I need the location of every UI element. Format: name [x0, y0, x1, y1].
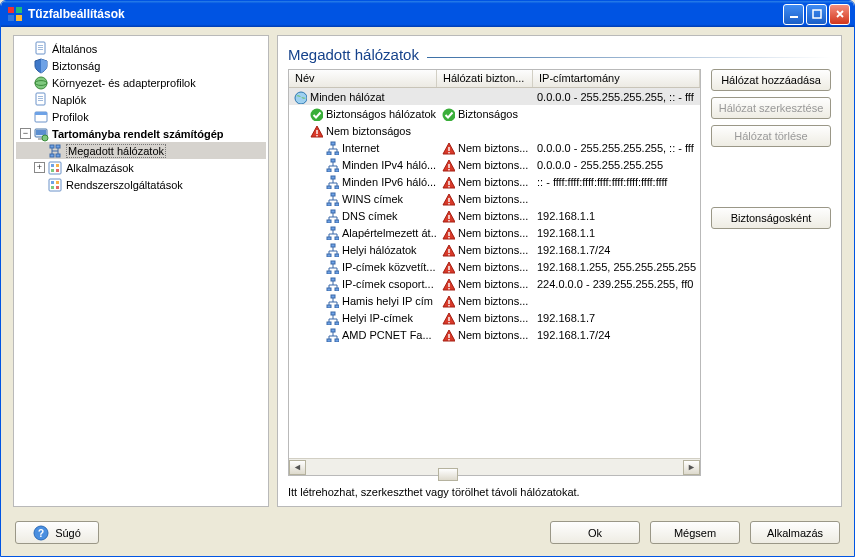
tree-security[interactable]: Biztonság	[16, 57, 266, 74]
cell-range: 192.168.1.7/24	[533, 241, 700, 258]
mark-secure-button[interactable]: Biztonságosként	[711, 207, 831, 229]
expand-icon[interactable]: +	[34, 162, 45, 173]
net-icon	[325, 209, 339, 223]
tree-profiles[interactable]: Profilok	[16, 108, 266, 125]
cell-secure: Nem biztons...	[437, 275, 533, 292]
env-icon	[33, 75, 49, 91]
cell-secure: Nem biztons...	[437, 326, 533, 343]
warn-icon	[441, 311, 455, 325]
cell-secure: Nem biztons...	[437, 258, 533, 275]
apply-button[interactable]: Alkalmazás	[750, 521, 840, 544]
globe-icon	[293, 90, 307, 104]
net-icon	[325, 294, 339, 308]
check-icon	[441, 107, 455, 121]
cell-name: Biztonságos hálózatok	[289, 105, 437, 122]
warn-icon	[309, 124, 323, 138]
help-icon	[33, 525, 49, 541]
list-row[interactable]: Minden IPv4 háló...Nem biztons...0.0.0.0…	[289, 156, 700, 173]
minimize-button[interactable]	[783, 4, 804, 25]
list-row[interactable]: Helyi IP-címekNem biztons...192.168.1.7	[289, 309, 700, 326]
edit-network-button[interactable]: Hálózat szerkesztése	[711, 97, 831, 119]
cell-name: Internet	[289, 139, 437, 156]
tree-domain-computer[interactable]: −Tartományba rendelt számítógép	[16, 125, 266, 142]
collapse-icon[interactable]: −	[20, 128, 31, 139]
warn-icon	[441, 294, 455, 308]
cell-name: AMD PCNET Fa...	[289, 326, 437, 343]
maximize-button[interactable]	[806, 4, 827, 25]
cell-range	[533, 292, 700, 309]
list-row[interactable]: Biztonságos hálózatokBiztonságos	[289, 105, 700, 122]
delete-network-button[interactable]: Hálózat törlése	[711, 125, 831, 147]
warn-icon	[441, 209, 455, 223]
list-row[interactable]: DNS címekNem biztons...192.168.1.1	[289, 207, 700, 224]
app-icon	[7, 6, 23, 22]
cell-secure: Nem biztons...	[437, 207, 533, 224]
cell-name: Nem biztonságos	[289, 122, 437, 139]
cancel-button[interactable]: Mégsem	[650, 521, 740, 544]
warn-icon	[441, 277, 455, 291]
cell-secure: Nem biztons...	[437, 173, 533, 190]
net-icon	[325, 243, 339, 257]
help-label: Súgó	[55, 527, 81, 539]
net-icon	[325, 175, 339, 189]
cell-range: 0.0.0.0 - 255.255.255.255, :: - fff	[533, 139, 700, 156]
tree-panel: Általános Biztonság Környezet- és adapte…	[13, 35, 269, 507]
page-icon	[33, 41, 49, 57]
list-row[interactable]: Helyi hálózatokNem biztons...192.168.1.7…	[289, 241, 700, 258]
add-network-button[interactable]: Hálózat hozzáadása	[711, 69, 831, 91]
tree-env[interactable]: Környezet- és adapterprofilok	[16, 74, 266, 91]
title-rule	[427, 57, 831, 58]
apps-icon	[47, 160, 63, 176]
col-secure[interactable]: Hálózati bizton...	[437, 70, 533, 87]
list-row[interactable]: Hamis helyi IP címNem biztons...	[289, 292, 700, 309]
cell-secure: Nem biztons...	[437, 156, 533, 173]
cell-name: Minden hálózat	[289, 88, 437, 105]
col-name[interactable]: Név	[289, 70, 437, 87]
cell-range: 224.0.0.0 - 239.255.255.255, ff0	[533, 275, 700, 292]
tree-networks[interactable]: Megadott hálózatok	[16, 142, 266, 159]
net-icon	[325, 311, 339, 325]
warn-icon	[441, 260, 455, 274]
cell-secure: Nem biztons...	[437, 139, 533, 156]
list-row[interactable]: IP-címek közvetít...Nem biztons...192.16…	[289, 258, 700, 275]
cell-secure: Biztonságos	[437, 105, 533, 122]
ok-button[interactable]: Ok	[550, 521, 640, 544]
list-row[interactable]: AMD PCNET Fa...Nem biztons...192.168.1.7…	[289, 326, 700, 343]
tree-logs[interactable]: Naplók	[16, 91, 266, 108]
cell-name: Minden IPv4 háló...	[289, 156, 437, 173]
cell-range: 192.168.1.1	[533, 207, 700, 224]
bottom-bar: Súgó Ok Mégsem Alkalmazás	[5, 515, 850, 552]
computer-icon	[33, 126, 49, 142]
cell-name: IP-címek csoport...	[289, 275, 437, 292]
tree-apps[interactable]: +Alkalmazások	[16, 159, 266, 176]
tree-general[interactable]: Általános	[16, 40, 266, 57]
list-row[interactable]: Alapértelmezett át...Nem biztons...192.1…	[289, 224, 700, 241]
close-button[interactable]	[829, 4, 850, 25]
scroll-right-icon[interactable]: ►	[683, 460, 700, 475]
helper-text: Itt létrehozhat, szerkeszthet vagy töröl…	[288, 486, 831, 498]
cell-range: 192.168.1.7	[533, 309, 700, 326]
cell-name: Minden IPv6 háló...	[289, 173, 437, 190]
col-range[interactable]: IP-címtartomány	[533, 70, 700, 87]
help-button[interactable]: Súgó	[15, 521, 99, 544]
cell-secure: Nem biztons...	[437, 309, 533, 326]
list-row[interactable]: IP-címek csoport...Nem biztons...224.0.0…	[289, 275, 700, 292]
list-row[interactable]: InternetNem biztons...0.0.0.0 - 255.255.…	[289, 139, 700, 156]
cell-secure: Nem biztons...	[437, 292, 533, 309]
list-row[interactable]: WINS címekNem biztons...	[289, 190, 700, 207]
list-row[interactable]: Minden IPv6 háló...Nem biztons...:: - ff…	[289, 173, 700, 190]
scroll-left-icon[interactable]: ◄	[289, 460, 306, 475]
cell-secure: Nem biztons...	[437, 190, 533, 207]
cell-range	[533, 190, 700, 207]
tree-services[interactable]: Rendszerszolgáltatások	[16, 176, 266, 193]
warn-icon	[441, 226, 455, 240]
cell-name: WINS címek	[289, 190, 437, 207]
scroll-thumb[interactable]	[438, 468, 458, 481]
list-row[interactable]: Minden hálózat0.0.0.0 - 255.255.255.255,…	[289, 88, 700, 105]
list-row[interactable]: Nem biztonságos	[289, 122, 700, 139]
apps-icon	[47, 177, 63, 193]
shield-icon	[33, 58, 49, 74]
horizontal-scrollbar[interactable]: ◄ ►	[289, 458, 700, 475]
cell-name: Helyi IP-címek	[289, 309, 437, 326]
cell-range	[533, 122, 700, 139]
